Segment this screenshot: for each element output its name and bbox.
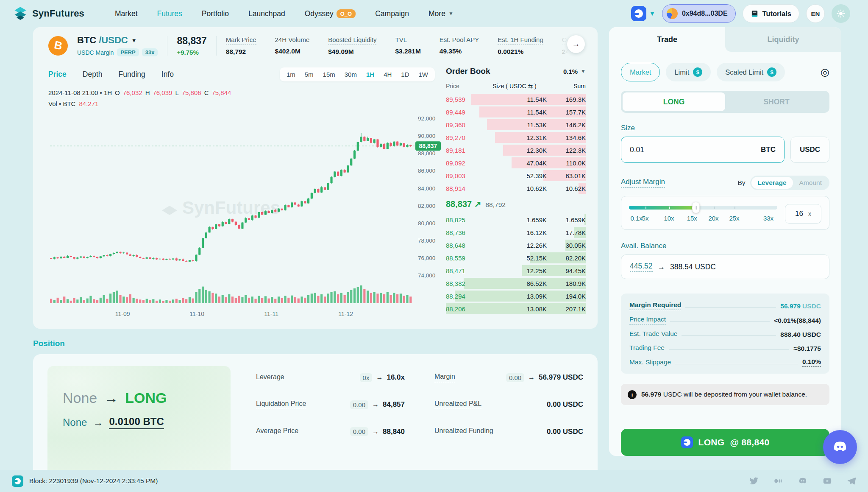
order-type-limit[interactable]: Limit $ (666, 63, 711, 81)
long-submit-button[interactable]: LONG @ 88,840 (621, 429, 829, 456)
ob-size: 12.30K (482, 147, 547, 154)
ob-price: 88,825 (446, 216, 482, 224)
order-book-row[interactable]: 88,64812.26K30.05K (446, 239, 586, 252)
tutorials-button[interactable]: Tutorials (743, 4, 799, 23)
position-label: Margin (434, 373, 455, 382)
logo[interactable]: SynFutures (13, 6, 84, 21)
nav-item-market[interactable]: Market (115, 9, 137, 18)
order-book-row[interactable]: 89,27012.31K134.6K (446, 131, 586, 144)
order-book-row[interactable]: 88,47112.25K94.45K (446, 264, 586, 277)
position-label: Liquidation Price (256, 400, 306, 409)
discord-icon[interactable] (798, 476, 808, 486)
timeframe-1w[interactable]: 1W (419, 71, 428, 78)
order-book-row[interactable]: 88,38286.52K180.9K (446, 277, 586, 290)
size-input[interactable] (630, 145, 761, 154)
stat-value: 88,792 (226, 48, 256, 56)
stats-scroll-right-button[interactable]: → (567, 35, 585, 53)
nav-item-more[interactable]: More ▼ (428, 9, 453, 18)
leverage-mark: 10x (664, 215, 674, 222)
nav-item-portfolio[interactable]: Portfolio (202, 9, 229, 18)
wallet-button[interactable]: 0x94d8...03DE (662, 4, 736, 23)
twitter-icon[interactable] (749, 476, 759, 486)
pair-selector[interactable]: BTC/USDC ▼ USDC Margin PERP33x (77, 35, 158, 56)
arrow-right-icon: → (572, 39, 580, 49)
arrow-right-icon: → (658, 263, 665, 271)
short-tab[interactable]: SHORT (725, 92, 828, 111)
timeframe-30m[interactable]: 30m (345, 71, 357, 78)
order-book-row[interactable]: 89,09247.04K110.0K (446, 157, 586, 169)
ohlc-value: 75,844 (211, 89, 231, 96)
chart-tab-depth[interactable]: Depth (83, 70, 103, 79)
chart-tab-funding[interactable]: Funding (119, 70, 145, 79)
theme-toggle[interactable] (832, 4, 850, 23)
scaled-limit-label: Scaled Limit (725, 68, 763, 76)
order-book-row[interactable]: 89,53911.54K169.3K (446, 93, 586, 106)
quote-currency-button[interactable]: USDC (790, 137, 829, 163)
order-book-row[interactable]: 88,55952.15K82.20K (446, 252, 586, 264)
adjust-margin-label[interactable]: Adjust Margin (621, 178, 665, 188)
leverage-suffix: x (808, 210, 811, 217)
timeframe-1h[interactable]: 1H (366, 71, 374, 78)
order-book-row[interactable]: 89,00352.39K63.01K (446, 169, 586, 182)
pair-tags: PERP33x (117, 48, 158, 56)
order-book-row[interactable]: 88,8251.659K1.659K (446, 213, 586, 226)
summary-row: Max. Slippage0.10% (629, 358, 821, 367)
tab-liquidity[interactable]: Liquidity (725, 27, 841, 52)
network-selector[interactable]: ▼ (631, 6, 655, 21)
ob-sum: 1.659K (547, 216, 586, 224)
timeframe-5m[interactable]: 5m (305, 71, 314, 78)
order-book-row[interactable]: 88,91410.62K10.62K (446, 182, 586, 195)
language-label: EN (811, 10, 820, 17)
leverage-mark: 0.1x (631, 215, 643, 222)
order-type-scaled-limit[interactable]: Scaled Limit $ (717, 63, 785, 81)
col-sum: Sum (547, 83, 586, 89)
position-label: Unrealized Funding (434, 427, 493, 436)
mode-leverage[interactable]: Leverage (751, 177, 793, 189)
long-tab[interactable]: LONG (623, 92, 725, 111)
order-book: Order Book 0.1% ▼ Price Size ( USDC ⇆ ) … (446, 63, 586, 319)
order-book-row[interactable]: 88,29413.09K194.0K (446, 290, 586, 302)
slider-fill (629, 206, 696, 210)
ob-sum: 207.1K (547, 305, 586, 313)
ohlc-value: 75,806 (182, 89, 201, 96)
nav-item-futures[interactable]: Futures (157, 9, 182, 18)
mode-amount[interactable]: Amount (793, 177, 828, 189)
order-type-market[interactable]: Market (621, 63, 660, 81)
order-book-row[interactable]: 89,36011.53K146.2K (446, 118, 586, 131)
chart-tab-info[interactable]: Info (161, 70, 174, 79)
ob-price: 89,539 (446, 96, 482, 103)
leverage-value-box[interactable]: 16 x (785, 204, 821, 224)
telegram-icon[interactable] (847, 476, 856, 486)
timeframe-4h[interactable]: 4H (384, 71, 392, 78)
timeframe-1d[interactable]: 1D (401, 71, 409, 78)
timeframe-1m[interactable]: 1m (287, 71, 295, 78)
book-icon (751, 10, 759, 18)
medium-icon[interactable] (773, 476, 783, 486)
avail-balance-box: 445.52 → 388.54 USDC (621, 254, 829, 279)
balance-before[interactable]: 445.52 (630, 262, 653, 272)
leverage-slider[interactable] (629, 206, 777, 210)
summary-row: Price Impact<0.01%(88,844) (629, 316, 821, 324)
order-book-row[interactable]: 88,20613.08K207.1K (446, 302, 586, 315)
order-book-row[interactable]: 89,44911.54K157.7K (446, 106, 586, 118)
order-book-row[interactable]: 88,73616.12K17.78K (446, 226, 586, 239)
odyssey-badge: O_O (337, 9, 356, 18)
order-settings-icon[interactable]: ◎ (821, 66, 829, 78)
volume-value: 84.271 (79, 100, 98, 107)
value-after: 84,857 (383, 400, 405, 409)
nav-item-launchpad[interactable]: Launchpad (248, 9, 285, 18)
language-button[interactable]: EN (806, 4, 825, 23)
order-book-row[interactable]: 89,18112.30K122.3K (446, 144, 586, 157)
slider-handle[interactable] (692, 202, 699, 213)
tab-trade[interactable]: Trade (609, 27, 725, 52)
nav-item-campaign[interactable]: Campaign (375, 9, 409, 18)
spread-selector[interactable]: 0.1% ▼ (563, 68, 586, 75)
chart-tab-price[interactable]: Price (48, 70, 67, 79)
youtube-icon[interactable] (822, 476, 832, 486)
nav-item-label: Campaign (375, 9, 409, 18)
discord-chat-bubble[interactable] (823, 430, 857, 464)
nav-item-odyssey[interactable]: OdysseyO_O (305, 9, 356, 18)
candlestick-chart[interactable]: 92,00090,00088,00086,00084,00082,00080,0… (48, 109, 442, 319)
timeframe-15m[interactable]: 15m (323, 71, 335, 78)
position-value: 0x→16.0x (360, 373, 405, 382)
